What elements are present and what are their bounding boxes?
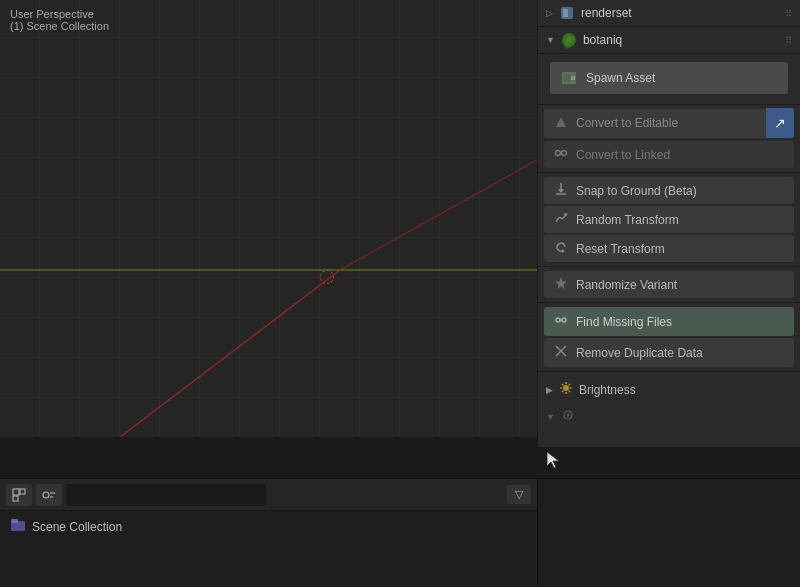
random-transform-label: Random Transform <box>576 213 679 227</box>
spawn-asset-button[interactable]: Spawn Asset <box>550 62 788 94</box>
svg-line-32 <box>569 384 570 385</box>
botaniq-drag-handle: ⠿ <box>785 35 792 46</box>
svg-point-39 <box>43 492 49 498</box>
random-transform-icon <box>554 211 568 228</box>
bottom-bar: ▽ Scene Collection <box>0 478 537 587</box>
svg-point-21 <box>562 318 566 322</box>
convert-side-icon: ↗ <box>774 115 786 131</box>
botaniq-panel-header[interactable]: ▼ botaniq ⠿ <box>538 27 800 54</box>
snap-to-ground-label: Snap to Ground (Beta) <box>576 184 697 198</box>
viewport[interactable]: User Perspective (1) Scene Collection <box>0 0 537 437</box>
svg-rect-6 <box>563 9 568 17</box>
svg-point-35 <box>566 414 569 417</box>
snap-icon <box>554 182 568 199</box>
right-panel: ▷ renderset ⠿ ▼ botaniq ⠿ <box>537 0 800 447</box>
brightness-arrow: ▶ <box>546 385 553 395</box>
toolbar-view-button[interactable] <box>6 484 32 506</box>
convert-linked-icon <box>554 146 568 163</box>
svg-line-33 <box>562 391 563 392</box>
svg-line-4 <box>0 320 537 350</box>
remove-duplicate-label: Remove Duplicate Data <box>576 346 703 360</box>
renderset-panel-header[interactable]: ▷ renderset ⠿ <box>538 0 800 27</box>
search-input[interactable] <box>66 484 266 506</box>
spawn-asset-icon <box>560 69 578 87</box>
find-missing-button[interactable]: Find Missing Files <box>544 307 794 336</box>
renderset-arrow: ▷ <box>546 8 553 18</box>
convert-linked-button[interactable]: Convert to Linked <box>544 141 794 168</box>
svg-marker-44 <box>547 452 559 468</box>
reset-transform-label: Reset Transform <box>576 242 665 256</box>
svg-point-11 <box>556 151 561 156</box>
svg-point-25 <box>563 385 569 391</box>
svg-marker-19 <box>555 277 567 289</box>
svg-marker-18 <box>562 249 565 253</box>
svg-line-31 <box>569 391 570 392</box>
svg-rect-43 <box>11 519 18 523</box>
viewport-header: User Perspective (1) Scene Collection <box>10 8 109 32</box>
brightness-icon <box>559 381 573 398</box>
perspective-label: User Perspective <box>10 8 109 20</box>
convert-linked-label: Convert to Linked <box>576 148 670 162</box>
random-transform-button[interactable]: Random Transform <box>544 206 794 233</box>
brightness-label: Brightness <box>579 383 636 397</box>
svg-rect-8 <box>564 74 570 82</box>
renderset-icon <box>559 5 575 21</box>
svg-line-1 <box>120 270 340 437</box>
brightness-section[interactable]: ▶ Brightness <box>538 376 800 403</box>
randomize-variant-icon <box>554 276 568 293</box>
svg-rect-37 <box>20 489 25 494</box>
next-section[interactable]: ▼ <box>538 403 800 430</box>
convert-editable-side-button[interactable]: ↗ <box>766 108 794 138</box>
botaniq-icon <box>561 32 577 48</box>
find-missing-icon <box>554 313 568 330</box>
svg-rect-9 <box>571 76 575 80</box>
origin-circle <box>320 270 334 284</box>
convert-editable-icon <box>554 115 568 132</box>
canvas-lines <box>0 0 537 437</box>
right-bottom-panel <box>537 478 800 587</box>
svg-line-3 <box>0 290 537 300</box>
svg-line-30 <box>562 384 563 385</box>
snap-to-ground-button[interactable]: Snap to Ground (Beta) <box>544 177 794 204</box>
svg-line-2 <box>340 160 537 270</box>
svg-rect-36 <box>13 489 19 495</box>
svg-rect-38 <box>13 496 18 501</box>
toolbar-mode-button[interactable] <box>36 484 62 506</box>
renderset-drag-handle: ⠿ <box>785 8 792 19</box>
scene-collection-row[interactable]: Scene Collection <box>0 511 537 542</box>
bottom-toolbar: ▽ <box>0 479 537 511</box>
svg-point-20 <box>556 318 560 322</box>
convert-editable-button[interactable]: Convert to Editable <box>544 109 766 138</box>
svg-point-12 <box>562 151 567 156</box>
find-missing-label: Find Missing Files <box>576 315 672 329</box>
reset-transform-icon <box>554 240 568 257</box>
renderset-title: renderset <box>581 6 779 20</box>
filter-icon: ▽ <box>515 488 523 501</box>
scene-collection-text: Scene Collection <box>32 520 122 534</box>
svg-marker-15 <box>558 189 564 193</box>
botaniq-title: botaniq <box>583 33 779 47</box>
filter-button[interactable]: ▽ <box>507 485 531 504</box>
remove-duplicate-button[interactable]: Remove Duplicate Data <box>544 338 794 367</box>
collection-icon <box>10 517 26 536</box>
randomize-variant-label: Randomize Variant <box>576 278 677 292</box>
botaniq-arrow: ▼ <box>546 35 555 45</box>
remove-duplicate-icon <box>554 344 568 361</box>
randomize-variant-button[interactable]: Randomize Variant <box>544 271 794 298</box>
svg-marker-10 <box>556 117 566 127</box>
spawn-asset-label: Spawn Asset <box>586 71 655 85</box>
next-section-icon <box>561 408 575 425</box>
cursor <box>547 452 557 466</box>
next-section-arrow: ▼ <box>546 412 555 422</box>
scene-collection-label: (1) Scene Collection <box>10 20 109 32</box>
convert-editable-label: Convert to Editable <box>576 116 678 130</box>
convert-editable-row: Convert to Editable ↗ <box>544 108 794 138</box>
reset-transform-button[interactable]: Reset Transform <box>544 235 794 262</box>
